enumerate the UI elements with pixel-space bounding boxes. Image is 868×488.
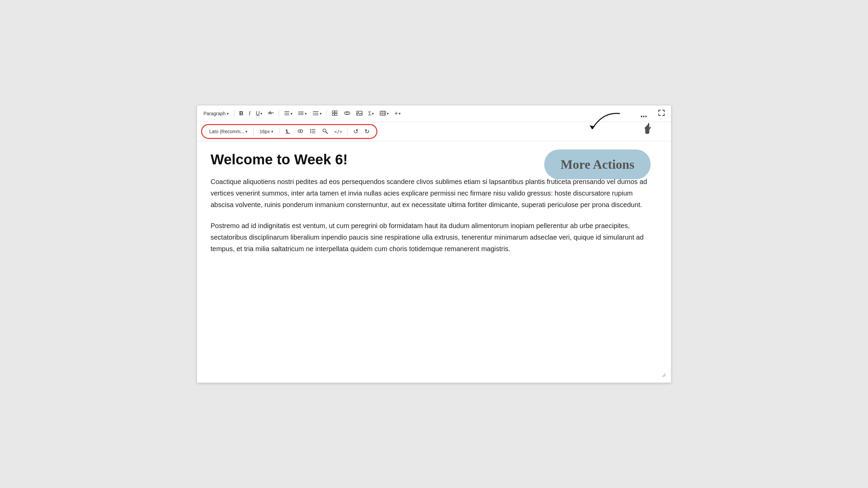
separator2 — [279, 110, 279, 117]
find-button[interactable] — [320, 127, 330, 137]
formula-chevron-icon: ▾ — [372, 111, 374, 116]
image-button[interactable] — [354, 109, 365, 119]
plus-icon: + — [394, 110, 398, 117]
line-spacing-button[interactable] — [308, 127, 318, 137]
font-size-dropdown[interactable]: 16px ▾ — [257, 127, 275, 136]
svg-rect-18 — [335, 114, 337, 116]
font-size-label: 16px — [259, 129, 270, 134]
svg-point-34 — [323, 129, 326, 132]
line-spacing-icon — [310, 128, 316, 135]
svg-point-29 — [300, 130, 301, 132]
strikethrough-icon: A — [268, 110, 274, 117]
content-title: Welcome to Week 6! — [211, 151, 657, 168]
table-button[interactable]: ▾ — [377, 109, 391, 119]
list-icon — [298, 110, 304, 117]
svg-rect-19 — [357, 111, 362, 115]
align-button[interactable]: ▾ — [282, 109, 295, 119]
text-color-button[interactable] — [283, 127, 293, 137]
plus-chevron-icon: ▾ — [399, 111, 401, 116]
svg-rect-26 — [285, 129, 288, 133]
separator-r2-1 — [253, 128, 254, 135]
indent-button[interactable]: ▾ — [310, 109, 324, 119]
content-para2: Postremo ad id indignitatis est ventum, … — [211, 220, 657, 255]
undo-button[interactable]: ↺ — [351, 126, 360, 137]
italic-icon: I — [249, 110, 251, 117]
link-icon — [344, 110, 351, 117]
highlight-button[interactable] — [295, 127, 306, 137]
formula-button[interactable]: Σ ▾ — [366, 109, 376, 118]
find-icon — [322, 128, 328, 135]
toolbar-row2: Lato (Recomm... ▾ 16px ▾ — [197, 122, 671, 141]
font-size-chevron-icon: ▾ — [271, 129, 273, 134]
content-area: Welcome to Week 6! Coactique aliquotiens… — [197, 141, 671, 274]
list-button[interactable]: ▾ — [296, 109, 309, 119]
underline-button[interactable]: U ▾ — [254, 109, 264, 118]
underline-icon: U — [256, 110, 260, 117]
paragraph-dropdown[interactable]: Paragraph ▾ — [201, 109, 231, 118]
table-chevron-icon: ▾ — [387, 111, 389, 116]
list-chevron-icon: ▾ — [305, 111, 307, 116]
indent-icon — [312, 110, 319, 117]
svg-marker-14 — [313, 113, 314, 114]
bold-button[interactable]: B — [237, 109, 245, 118]
more-actions-button[interactable]: ••• — [638, 111, 650, 121]
content-para1: Coactique aliquotiens nostri pedites ad … — [211, 176, 657, 210]
more-dots-icon: ••• — [640, 114, 647, 119]
italic-button[interactable]: I — [247, 109, 253, 118]
paragraph-label: Paragraph — [203, 111, 225, 116]
table-icon — [379, 110, 386, 117]
paragraph-chevron-icon: ▾ — [227, 111, 229, 116]
resize-handle[interactable] — [661, 372, 666, 379]
strikethrough-button[interactable]: A — [266, 108, 276, 119]
separator-r2-2 — [279, 128, 279, 135]
svg-rect-17 — [332, 114, 334, 116]
toolbar-row1: Paragraph ▾ B I U ▾ A ▾ — [197, 105, 671, 122]
svg-rect-15 — [332, 111, 334, 113]
align-chevron-icon: ▾ — [291, 111, 293, 116]
special-chars-button[interactable] — [330, 109, 340, 119]
image-icon — [356, 110, 363, 117]
svg-point-5 — [298, 111, 299, 112]
indent-chevron-icon: ▾ — [320, 111, 322, 116]
toolbar-row2-highlight: Lato (Recomm... ▾ 16px ▾ — [201, 124, 377, 139]
svg-point-9 — [298, 114, 299, 115]
redo-button[interactable]: ↻ — [362, 126, 372, 137]
align-icon — [284, 110, 290, 117]
insert-button[interactable]: + ▾ — [392, 109, 403, 119]
undo-icon: ↺ — [353, 128, 358, 135]
svg-point-7 — [298, 113, 299, 114]
bold-icon: B — [239, 110, 243, 117]
font-label: Lato (Recomm... — [209, 129, 244, 134]
code-icon: </> — [334, 129, 342, 134]
formula-icon: Σ — [368, 110, 371, 117]
fullscreen-icon — [658, 109, 665, 118]
svg-line-35 — [326, 132, 328, 134]
fullscreen-button[interactable] — [656, 108, 667, 119]
separator1 — [234, 110, 234, 117]
separator-r2-3 — [348, 128, 348, 135]
svg-rect-16 — [335, 111, 337, 113]
separator3 — [327, 110, 327, 117]
special-chars-icon — [332, 110, 338, 117]
link-button[interactable] — [342, 109, 353, 119]
eye-icon — [297, 128, 304, 135]
more-actions-area: ••• — [655, 108, 667, 119]
svg-rect-27 — [286, 133, 290, 134]
font-chevron-icon: ▾ — [245, 129, 248, 134]
redo-icon: ↻ — [364, 128, 370, 135]
font-dropdown[interactable]: Lato (Recomm... ▾ — [207, 127, 250, 136]
code-view-button[interactable]: </> — [332, 128, 344, 136]
paint-icon — [285, 128, 291, 135]
underline-chevron-icon: ▾ — [260, 111, 262, 116]
editor-container: Paragraph ▾ B I U ▾ A ▾ — [197, 105, 671, 383]
